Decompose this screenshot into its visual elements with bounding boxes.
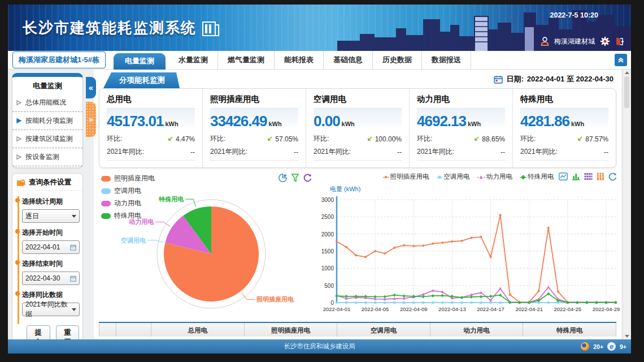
cost-value: --: [314, 165, 320, 168]
svg-text:2022-04-01: 2022-04-01: [323, 306, 351, 312]
tab-energy-report[interactable]: 能耗报表: [275, 51, 324, 69]
scroll-down-icon[interactable]: [625, 335, 629, 338]
pennant-icon-active: [16, 118, 22, 124]
line-chart-section: -●-照明插座用电 -■-空调用电 -▲-动力用电 -◆-特殊用电: [315, 173, 621, 321]
legend-item[interactable]: -▲-动力用电: [477, 173, 512, 181]
trend-down-icon: [367, 136, 373, 142]
stat-cards-panel: 总用电 45173.01kWh 环比:4.47% 2021年同比:-- --元 …: [99, 88, 616, 168]
card-value: 33426.49: [210, 113, 267, 130]
card-title: 特殊用电: [520, 94, 608, 109]
table-header-cell: 动力用电: [430, 323, 524, 337]
pie-chart-icon[interactable]: [279, 174, 287, 182]
firefox-icon: [581, 342, 589, 351]
footer-text: 长沙市住房和城乡建设局: [284, 342, 355, 351]
table-rows-icon[interactable]: [584, 173, 593, 180]
legend-swatch: [101, 188, 111, 194]
table-header-cell: 总用电: [151, 323, 245, 337]
legend-swatch: [101, 176, 111, 182]
query-settings-icon: [16, 179, 25, 187]
legend-item[interactable]: -■-空调用电: [437, 173, 470, 181]
card-value: 45173.01: [107, 113, 163, 130]
compare-data-select[interactable]: 2021年同比数据: [22, 303, 80, 316]
compare-data-label: 选择同比数据: [22, 290, 79, 300]
vertical-scrollbar[interactable]: [623, 70, 630, 339]
legend-item[interactable]: -●-照明插座用电: [383, 173, 429, 181]
trend-down-icon: [577, 136, 583, 142]
tab-gas[interactable]: 燃气量监测: [218, 51, 275, 69]
sidebar-item-overall-usage[interactable]: 总体用能概况: [12, 94, 82, 112]
pie-legend: 照明插座用电 空调用电 动力用电 特殊用电: [101, 174, 155, 223]
svg-text:2000: 2000: [321, 231, 334, 238]
footer: 长沙市住房和城乡建设局 20+ e 9+: [8, 339, 631, 354]
trend-down-icon: [473, 136, 480, 142]
bar-chart-icon[interactable]: [572, 173, 580, 180]
filter-icon[interactable]: [291, 174, 299, 182]
stat-card-hvac: 空调用电 0.00kWh 环比:100.00% 2021年同比:-- --元: [306, 89, 410, 167]
ie-icon: e: [607, 342, 616, 351]
legend-swatch: [101, 201, 111, 206]
refresh-icon[interactable]: [303, 174, 312, 182]
svg-text:1000: 1000: [321, 265, 334, 272]
sidebar-menu-title: 电量监测: [12, 77, 82, 94]
nav-bar: 梅溪湖家居建材城1-5#栋 电量监测 水量监测 燃气量监测 能耗报表 基础信息 …: [8, 51, 631, 70]
collapse-up-icon[interactable]: [615, 54, 627, 66]
sidebar-expand-right-icon[interactable]: »: [86, 102, 96, 137]
cost-value: --: [210, 165, 216, 168]
table-header-cell: [99, 323, 116, 337]
svg-text:2500: 2500: [321, 214, 334, 220]
legend-item[interactable]: 特殊用电: [101, 211, 155, 221]
header-username[interactable]: 梅溪湖建材城: [554, 37, 595, 46]
period-select[interactable]: 逐日: [22, 209, 80, 223]
gear-icon[interactable]: [600, 36, 610, 46]
table-header-row: 总用电 照明插座用电 空调用电 动力用电 特殊用电: [99, 323, 616, 337]
firefox-version-badge: 20+: [593, 343, 603, 350]
end-date-label: 选择结束时间: [22, 259, 79, 269]
card-title: 空调用电: [314, 94, 402, 109]
legend-item[interactable]: 照明插座用电: [101, 174, 155, 183]
user-icon: [541, 37, 549, 46]
legend-item[interactable]: -◆-特殊用电: [520, 173, 554, 181]
building-selector-button[interactable]: 梅溪湖家居建材城1-5#栋: [12, 51, 106, 68]
date-range-display[interactable]: 日期: 2022-04-01 至 2022-04-30: [494, 74, 613, 84]
tab-basic-info[interactable]: 基础信息: [324, 51, 373, 69]
pie-chart-section: 照明插座用电 空调用电 动力用电 特殊用电 照明插座用电空调用电动力用电特殊用电: [94, 173, 315, 321]
end-date-input[interactable]: 2022-04-30: [22, 272, 80, 285]
sidebar-item-building-area[interactable]: 按建筑区域监测: [12, 130, 82, 148]
table-header-cell: 空调用电: [337, 323, 430, 337]
cost-value: --: [520, 165, 526, 168]
svg-text:2022-04-13: 2022-04-13: [438, 306, 466, 312]
date-label: 日期:: [506, 74, 523, 84]
refresh-icon[interactable]: [608, 173, 617, 181]
sidebar-item-subitem-monitor[interactable]: 按能耗分项监测: [12, 112, 82, 130]
main-content: 分项能耗监测 日期: 2022-04-01 至 2022-04-30: [94, 70, 621, 339]
sidebar-collapse-left-icon[interactable]: «: [86, 77, 96, 98]
table-header-cell: 照明插座用电: [245, 323, 338, 337]
logout-icon[interactable]: [615, 37, 624, 46]
svg-text:2022-04-05: 2022-04-05: [362, 306, 389, 312]
table-columns-icon[interactable]: [597, 173, 604, 180]
line-chart[interactable]: 2022-04-012022-04-052022-04-092022-04-13…: [316, 192, 621, 320]
tab-history-data[interactable]: 历史数据: [373, 51, 422, 69]
pennant-icon: [16, 136, 22, 142]
period-label: 选择统计周期: [22, 197, 79, 206]
legend-item[interactable]: 动力用电: [101, 199, 155, 208]
tab-electricity[interactable]: 电量监测: [114, 53, 166, 70]
tab-water[interactable]: 水量监测: [169, 51, 218, 69]
sidebar-menu-panel: 电量监测 总体用能概况 按能耗分项监测 按建筑区域监测: [12, 73, 83, 168]
nav-tabs: 电量监测 水量监测 燃气量监测 能耗报表 基础信息 历史数据 数据报送: [114, 51, 471, 69]
chevron-down-icon: [72, 215, 76, 218]
svg-text:2022-04-25: 2022-04-25: [554, 306, 581, 312]
scroll-up-icon[interactable]: [625, 71, 629, 74]
scrollbar-thumb[interactable]: [624, 76, 629, 108]
query-settings-panel: 查询条件设置 选择统计周期 逐日 选择开始时间 2022-04-01: [12, 173, 83, 354]
tab-data-report[interactable]: 数据报送: [422, 51, 471, 69]
svg-text:2022-04-17: 2022-04-17: [477, 306, 504, 312]
building-logo-icon: [202, 20, 219, 36]
charts-row: 照明插座用电 空调用电 动力用电 特殊用电 照明插座用电空调用电动力用电特殊用电: [94, 173, 621, 321]
sidebar-item-device-monitor[interactable]: 按设备监测: [12, 148, 82, 166]
legend-item[interactable]: 空调用电: [101, 186, 155, 196]
sidebar: 电量监测 总体用能概况 按能耗分项监测 按建筑区域监测: [8, 70, 86, 339]
start-date-input[interactable]: 2022-04-01: [22, 240, 80, 254]
line-chart-icon[interactable]: [559, 173, 568, 180]
svg-text:1500: 1500: [321, 248, 334, 255]
